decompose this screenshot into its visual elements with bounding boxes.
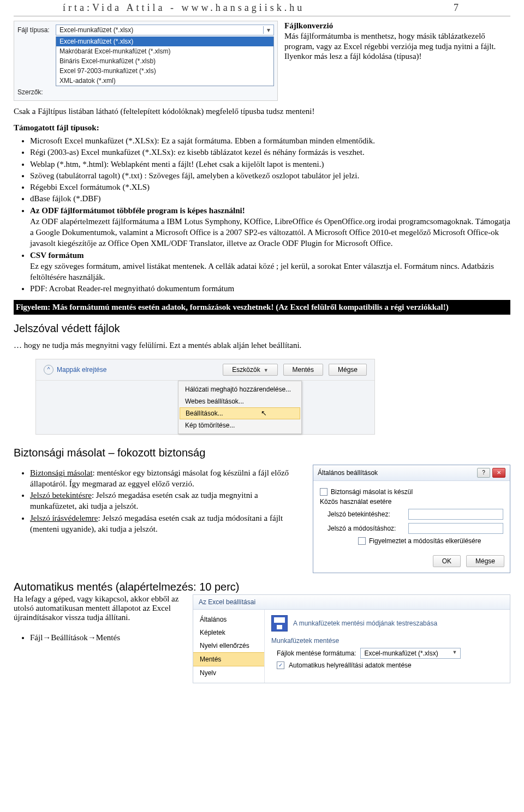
pw-modify-label: Jelszó a módosításhoz:	[327, 525, 404, 532]
filetype-option[interactable]: XML-adatok (*.xml)	[56, 76, 273, 86]
sidebar-item[interactable]: Nyelvi ellenőrzés	[193, 639, 264, 652]
sidebar-item[interactable]: Nyelv	[193, 666, 264, 679]
menu-item[interactable]: Kép tömörítése...	[178, 419, 301, 431]
list-item: Régi (2003-as) Excel munkafüzet (*.XLSx)…	[30, 147, 510, 158]
autosave-label: Automatikus helyreállítási adatok mentés…	[289, 661, 412, 669]
dialog-title: Általános beállítások	[318, 469, 378, 477]
paragraph: … hogy ne tudja más megnyitni vagy felül…	[14, 340, 510, 351]
backup-checkbox[interactable]: Biztonsági másolat is készül	[320, 488, 503, 496]
sidebar-item-save[interactable]: Mentés	[193, 652, 264, 666]
pw-view-label: Jelszó betekintéshez:	[327, 510, 404, 518]
list-item: Microsoft Excel munkafüzet (*.XLSx): Ez …	[30, 135, 510, 146]
save-button[interactable]: Mentés	[283, 364, 323, 376]
chevron-up-icon: ^	[44, 365, 53, 375]
format-label: Fájlok mentése formátuma:	[277, 649, 356, 657]
list-item: Szöveg (tabulátorral tagolt) (*.txt) : S…	[30, 170, 510, 181]
filetype-listbox[interactable]: Excel-munkafüzet (*.xlsx) Makróbarát Exc…	[56, 37, 274, 86]
close-icon[interactable]: ✕	[492, 468, 505, 478]
list-item: Weblap (*.htm, *.html): Weblapként menti…	[30, 159, 510, 170]
excel-options-dialog: Az Excel beállításai Általános Képletek …	[193, 594, 510, 683]
warning-banner: Figyelem: Más formátumú mentés esetén ad…	[14, 300, 510, 315]
paragraph: Csak a Fájltípus listában látható (felte…	[14, 106, 510, 117]
filetype-option[interactable]: Makróbarát Excel-munkafüzet (*.xlsm)	[56, 46, 273, 56]
help-icon[interactable]: ?	[477, 468, 490, 478]
hide-folders-link[interactable]: ^ Mappák elrejtése	[44, 365, 106, 375]
filetype-option[interactable]: Excel 97-2003-munkafüzet (*.xls)	[56, 66, 273, 76]
tools-button[interactable]: Eszközök▼	[223, 364, 277, 376]
paragraph: Ha lefagy a géped, vagy kikapcsol, akkor…	[14, 594, 178, 622]
file-conversion-title: Fájlkonverzió	[284, 21, 333, 30]
cancel-button[interactable]: Mégse	[466, 555, 504, 567]
sidebar-item[interactable]: Képletek	[193, 626, 264, 639]
menu-item[interactable]: Hálózati meghajtó hozzárendelése...	[178, 383, 301, 395]
options-heading: A munkafüzetek mentési módjának testresz…	[293, 619, 437, 627]
security-list: Biztonsági másolat: mentéskor egy bizton…	[14, 467, 302, 536]
section-autosave: Automatikus mentés (alapértelmezés: 10 p…	[14, 581, 510, 593]
pw-view-input[interactable]	[408, 509, 503, 520]
list-item: Jelszó betekintésre: Jelszó megadása ese…	[30, 490, 302, 512]
options-section: Munkafüzetek mentése	[271, 637, 503, 645]
filetype-label: Fájl típusa:	[17, 26, 56, 34]
share-label: Közös használat esetére	[320, 498, 503, 506]
save-dialog-screenshot: ^ Mappák elrejtése Eszközök▼ Mentés Mégs…	[35, 359, 375, 435]
filetype-option[interactable]: Excel-munkafüzet (*.xlsx)	[56, 37, 273, 46]
pw-modify-input[interactable]	[408, 523, 503, 534]
menu-item-settings[interactable]: Beállítások...	[180, 407, 300, 419]
list-item: CSV formátum Ez egy szöveges formátum, a…	[30, 250, 510, 283]
list-item: PDF: Acrobat Reader-rel megnyitható doku…	[30, 283, 510, 294]
supported-list: Microsoft Excel munkafüzet (*.XLSx): Ez …	[14, 135, 510, 294]
page-header: írta:Vida Attila - www.hansagiisk.hu 7	[14, 0, 510, 16]
format-combobox[interactable]: Excel-munkafüzet (*.xlsx)▼	[360, 648, 461, 659]
list-item: Az ODF fájlformátumot többféle program i…	[30, 205, 510, 249]
filetype-combobox[interactable]: Excel-munkafüzet (*.xlsx) ▾	[56, 25, 274, 35]
chevron-down-icon: ▾	[263, 26, 270, 34]
menu-path: Fájl→Beállítások→Mentés	[30, 632, 183, 643]
cancel-button[interactable]: Mégse	[329, 364, 367, 376]
list-item: Régebbi Excel formátumok (*.XLS)	[30, 182, 510, 193]
menu-item[interactable]: Webes beállítások...	[178, 395, 301, 407]
authors-label: Szerzők:	[17, 88, 56, 96]
section-backup: Biztonsági másolat – fokozott biztonság	[14, 447, 510, 459]
autosave-checkbox[interactable]: ✓	[277, 661, 284, 669]
general-settings-dialog: Általános beállítások ? ✕ Biztonsági más…	[313, 465, 510, 573]
file-conversion-paragraph: Fájlkonverzió Más fájlformátumba is ment…	[284, 21, 510, 101]
filetype-option[interactable]: Bináris Excel-munkafüzet (*.xlsb)	[56, 56, 273, 66]
list-item: Jelszó írásvédelemre: Jelszó megadása es…	[30, 513, 302, 535]
save-icon	[271, 615, 288, 631]
warn-checkbox[interactable]: Figyelmeztet a módosítás elkerülésére	[358, 537, 503, 545]
sidebar-item[interactable]: Általános	[193, 613, 264, 626]
list-item: dBase fájlok (*.DBF)	[30, 193, 510, 204]
header-page: 7	[454, 2, 461, 14]
list-item: Biztonsági másolat: mentéskor egy bizton…	[30, 467, 302, 490]
section-password: Jelszóval védett fájlok	[14, 322, 510, 335]
ok-button[interactable]: OK	[433, 555, 461, 567]
filetype-dropdown-screenshot: Fájl típusa: Excel-munkafüzet (*.xlsx) ▾…	[14, 21, 278, 101]
header-author: írta:Vida Attila - www.hansagiisk.hu	[63, 2, 305, 14]
options-sidebar: Általános Képletek Nyelvi ellenőrzés Men…	[193, 610, 265, 683]
tools-dropdown: Hálózati meghajtó hozzárendelése... Webe…	[178, 381, 302, 434]
dialog-title: Az Excel beállításai	[193, 595, 510, 610]
supported-title: Támogatott fájl típusok:	[14, 123, 99, 132]
